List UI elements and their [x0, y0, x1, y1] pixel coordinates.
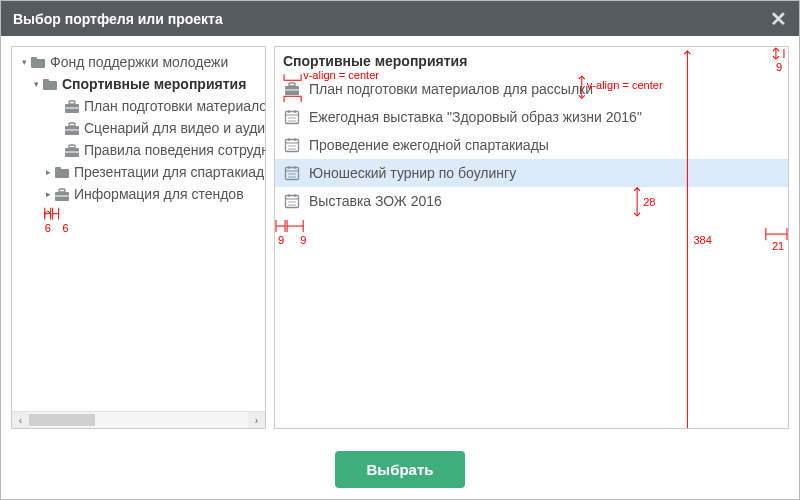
brief-icon — [64, 121, 80, 135]
tree-node-label: План подготовки материалов д — [84, 98, 265, 114]
tree-node[interactable]: Правила поведения сотрудников — [12, 139, 265, 161]
list-item[interactable]: Выставка ЗОЖ 2016 — [275, 187, 788, 215]
list-item-label: Ежегодная выставка "Здоровый образ жизни… — [309, 109, 642, 125]
titlebar: Выбор портфеля или проекта ✕ — [1, 1, 799, 36]
list-body[interactable]: План подготовки материалов для рассылкиЕ… — [275, 75, 788, 428]
tree-pane: ▾Фонд поддержки молодежи▾Спортивные меро… — [11, 46, 266, 429]
cal-icon — [284, 109, 300, 125]
folder-icon — [54, 165, 70, 179]
tree-node-label: Спортивные мероприятия — [62, 76, 246, 92]
list-pane: Спортивные мероприятия План подготовки м… — [274, 46, 789, 429]
expander-icon[interactable]: ▾ — [18, 57, 30, 67]
list-item-label: Проведение ежегодной спартакиады — [309, 137, 549, 153]
brief-icon — [64, 143, 80, 157]
list-item-label: План подготовки материалов для рассылки — [309, 81, 593, 97]
tree-node-label: Информация для стендов — [74, 186, 244, 202]
tree-node-label: Фонд поддержки молодежи — [50, 54, 228, 70]
expander-icon[interactable]: ▾ — [30, 79, 42, 89]
list-item[interactable]: Ежегодная выставка "Здоровый образ жизни… — [275, 103, 788, 131]
brief-icon — [54, 187, 70, 201]
list-item[interactable]: План подготовки материалов для рассылки — [275, 75, 788, 103]
tree-node[interactable]: ▾Спортивные мероприятия — [12, 73, 265, 95]
scroll-track[interactable] — [29, 414, 248, 426]
brief-icon — [284, 81, 300, 97]
tree-node-label: Сценарий для видео и аудиороли — [84, 120, 265, 136]
dialog-title: Выбор портфеля или проекта — [13, 11, 223, 27]
scroll-thumb[interactable] — [29, 414, 95, 426]
cal-icon — [284, 165, 300, 181]
dialog-body: ▾Фонд поддержки молодежи▾Спортивные меро… — [1, 36, 799, 439]
tree-node-label: Правила поведения сотрудников — [84, 142, 265, 158]
tree-node-label: Презентации для спартакиады — [74, 164, 265, 180]
folder-icon — [42, 77, 58, 91]
dialog-footer: Выбрать — [1, 439, 799, 499]
tree-h-scrollbar[interactable]: ‹ › — [12, 411, 265, 428]
select-button[interactable]: Выбрать — [335, 451, 466, 488]
tree-node[interactable]: ▾Фонд поддержки молодежи — [12, 51, 265, 73]
cal-icon — [284, 137, 300, 153]
tree-scroll[interactable]: ▾Фонд поддержки молодежи▾Спортивные меро… — [12, 47, 265, 411]
tree-node[interactable]: ▸Презентации для спартакиады — [12, 161, 265, 183]
list-header: Спортивные мероприятия — [275, 47, 788, 75]
list-item-label: Юношеский турнир по боулингу — [309, 165, 516, 181]
tree-node[interactable]: ▸Информация для стендов — [12, 183, 265, 205]
list-item[interactable]: Юношеский турнир по боулингу — [275, 159, 788, 187]
brief-icon — [64, 99, 80, 113]
list-item-label: Выставка ЗОЖ 2016 — [309, 193, 442, 209]
tree-node[interactable]: Сценарий для видео и аудиороли — [12, 117, 265, 139]
cal-icon — [284, 193, 300, 209]
expander-icon[interactable]: ▸ — [42, 167, 54, 177]
tree-node[interactable]: План подготовки материалов д — [12, 95, 265, 117]
close-icon[interactable]: ✕ — [770, 9, 787, 29]
expander-icon[interactable]: ▸ — [42, 189, 54, 199]
scroll-left-arrow-icon[interactable]: ‹ — [12, 412, 29, 429]
scroll-right-arrow-icon[interactable]: › — [248, 412, 265, 429]
list-item[interactable]: Проведение ежегодной спартакиады — [275, 131, 788, 159]
folder-icon — [30, 55, 46, 69]
dialog-select-portfolio: Выбор портфеля или проекта ✕ ▾Фонд подде… — [0, 0, 800, 500]
